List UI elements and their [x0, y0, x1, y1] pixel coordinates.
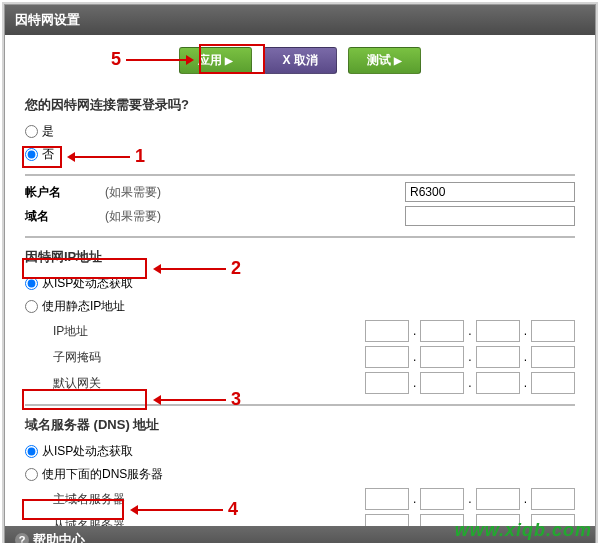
dns-dynamic-label: 从ISP处动态获取: [42, 443, 133, 460]
divider: [25, 174, 575, 176]
toolbar: 应用▶ X取消 测试▶: [5, 35, 595, 86]
cancel-button[interactable]: X取消: [263, 47, 336, 74]
play-icon: ▶: [225, 55, 233, 66]
hint-text: (如果需要): [105, 208, 161, 225]
login-yes-radio[interactable]: [25, 125, 38, 138]
divider: [25, 236, 575, 238]
account-name-label: 帐户名: [25, 184, 105, 201]
play-icon: ▶: [394, 55, 402, 66]
gateway-label: 默认网关: [53, 375, 193, 392]
ip-static-label: 使用静态IP地址: [42, 298, 125, 315]
ip-dynamic-radio[interactable]: [25, 277, 38, 290]
panel-title: 因特网设置: [5, 5, 595, 35]
domain-input[interactable]: [405, 206, 575, 226]
close-icon: X: [282, 53, 290, 67]
divider: [25, 404, 575, 406]
hint-text: (如果需要): [105, 184, 161, 201]
dns-manual-radio[interactable]: [25, 468, 38, 481]
test-button[interactable]: 测试▶: [348, 47, 421, 74]
scroll-area[interactable]: 您的因特网连接需要登录吗? 是 否 帐户名 (如果需要) 域名 (如果需要) 因…: [5, 86, 595, 526]
domain-label: 域名: [25, 208, 105, 225]
account-name-input[interactable]: [405, 182, 575, 202]
dns-manual-label: 使用下面的DNS服务器: [42, 466, 163, 483]
subnet-input[interactable]: ...: [365, 346, 575, 368]
watermark: www.xiqb.com: [455, 520, 592, 541]
help-icon[interactable]: ?: [15, 533, 29, 543]
login-no-radio[interactable]: [25, 148, 38, 161]
apply-button[interactable]: 应用▶: [179, 47, 252, 74]
subnet-label: 子网掩码: [53, 349, 193, 366]
ip-dynamic-label: 从ISP处动态获取: [42, 275, 133, 292]
dns-primary-label: 主域名服务器: [53, 491, 193, 508]
ip-address-label: IP地址: [53, 323, 193, 340]
ip-static-radio[interactable]: [25, 300, 38, 313]
login-question: 您的因特网连接需要登录吗?: [25, 96, 575, 114]
dns-secondary-label: 从域名服务器: [53, 517, 193, 527]
login-yes-label: 是: [42, 123, 54, 140]
dns-primary-input[interactable]: ...: [365, 488, 575, 510]
ip-section-title: 因特网IP地址: [25, 248, 575, 266]
dns-section-title: 域名服务器 (DNS) 地址: [25, 416, 575, 434]
ip-address-input[interactable]: ...: [365, 320, 575, 342]
gateway-input[interactable]: ...: [365, 372, 575, 394]
help-label[interactable]: 帮助中心: [33, 532, 85, 543]
dns-dynamic-radio[interactable]: [25, 445, 38, 458]
login-no-label: 否: [42, 146, 54, 163]
